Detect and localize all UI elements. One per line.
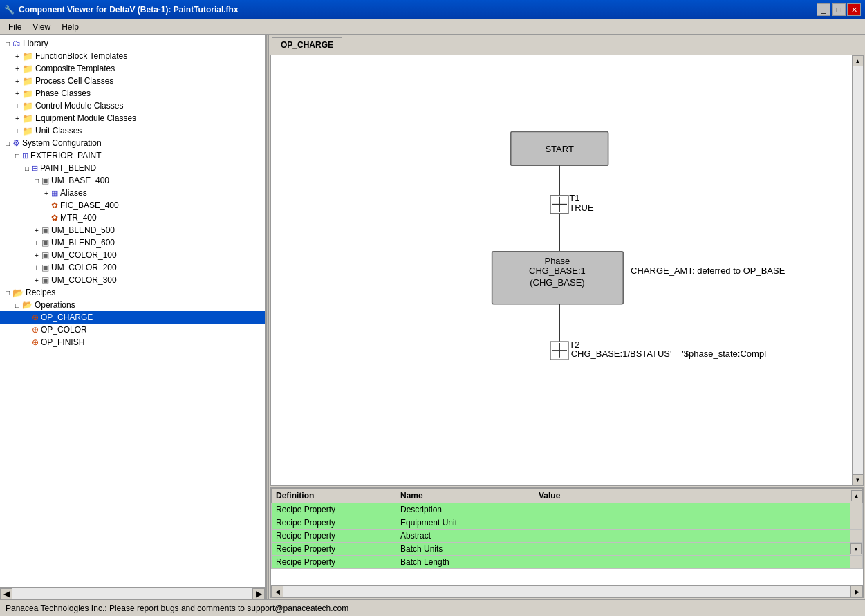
phase-classes-label: Phase Classes [35,88,91,98]
svg-text:Phase: Phase [544,256,570,266]
toggle-um-base-400[interactable]: □ [32,177,41,185]
folder-icon-6: 📁 [22,113,33,124]
toggle-recipes[interactable]: □ [3,289,12,297]
status-text: Panacea Technologies Inc.: Please report… [6,604,348,613]
fic-base-400-label: FIC_BASE_400 [60,200,119,210]
toggle-equipment-module[interactable]: + [12,115,22,122]
toggle-library[interactable]: □ [3,40,12,48]
toggle-operations[interactable]: □ [12,301,22,309]
toggle-exterior-paint[interactable]: □ [12,152,22,160]
op-color-label: OP_COLOR [41,325,87,335]
cell-name: Equipment Unit [396,516,534,530]
table-scroll-left-btn[interactable]: ◀ [271,586,283,598]
tree-node-op-color[interactable]: ⊕ OP_COLOR [0,324,265,336]
tree-node-um-blend-600[interactable]: + ▣ UM_BLEND_600 [0,236,265,249]
toggle-composite[interactable]: + [12,65,22,73]
tree-node-equipment-module[interactable]: + 📁 Equipment Module Classes [0,112,265,124]
tree-node-exterior-paint[interactable]: □ ⊞ EXTERIOR_PAINT [0,149,265,162]
table-row: Recipe Property Abstract [272,530,863,543]
left-scrollbar-horizontal[interactable]: ◀ ▶ [0,587,265,599]
cell-name: Batch Units [396,543,534,556]
scroll-right-btn[interactable]: ▶ [252,588,265,599]
menu-help[interactable]: Help [56,21,84,33]
tree-node-phase-classes[interactable]: + 📁 Phase Classes [0,87,265,100]
cell-name: Description [396,503,534,516]
menu-view[interactable]: View [27,21,56,33]
tree-node-operations[interactable]: □ 📂 Operations [0,299,265,311]
cell-definition: Recipe Property [272,556,396,569]
col-definition: Definition [272,489,396,503]
toggle-um-blend-500[interactable]: + [32,227,41,234]
tree-node-fb-templates[interactable]: + 📁 FunctionBlock Templates [0,50,265,62]
toggle-phase-classes[interactable]: + [12,90,22,97]
toggle-unit-classes[interactable]: + [12,127,22,135]
toggle-process-cell[interactable]: + [12,77,22,85]
toggle-um-color-200[interactable]: + [32,264,41,272]
op-color-icon: ⊕ [32,325,39,335]
table-scrollbar-horizontal[interactable]: ◀ ▶ [271,585,863,597]
table-row: Recipe Property Equipment Unit [272,516,863,530]
folder-icon-7: 📁 [22,126,33,136]
cell-definition: Recipe Property [272,503,396,516]
paint-blend-icon: ⊞ [32,164,38,173]
toggle-control-module[interactable]: + [12,102,22,110]
close-button[interactable]: ✕ [847,3,861,16]
toggle-um-color-300[interactable]: + [32,277,41,284]
diagram-scrollbar-right[interactable]: ▲ ▼ [852,55,863,485]
scroll-down-arrow[interactable]: ▼ [853,474,864,485]
svg-text:CHARGE_AMT: deferred to OP_BAS: CHARGE_AMT: deferred to OP_BASE [631,265,785,276]
tree-node-um-color-100[interactable]: + ▣ UM_COLOR_100 [0,249,265,261]
folder-icon-3: 📁 [22,76,33,86]
table-scroll-wrapper[interactable]: Definition Name Value ▲ Reci [271,488,863,585]
tree-node-um-color-200[interactable]: + ▣ UM_COLOR_200 [0,261,265,274]
cell-scroll: ▼ [850,543,863,556]
library-label: Library [23,39,48,48]
properties-table: Definition Name Value ▲ Reci [271,488,863,569]
tab-op-charge[interactable]: OP_CHARGE [272,37,342,53]
minimize-button[interactable]: _ [817,3,830,16]
tree-node-sys-config[interactable]: □ ⚙ System Configuration [0,137,265,149]
scroll-up-arrow[interactable]: ▲ [853,55,864,66]
recipes-icon: 📂 [12,288,24,298]
tree-node-paint-blend[interactable]: □ ⊞ PAINT_BLEND [0,162,265,174]
toggle-aliases[interactable]: + [41,189,51,197]
tree-node-control-module[interactable]: + 📁 Control Module Classes [0,100,265,112]
um-color-300-icon: ▣ [41,275,49,285]
folder-icon: 📁 [22,51,33,62]
cell-name: Batch Length [396,556,534,569]
toggle-sys-config[interactable]: □ [3,140,12,147]
scroll-left-btn[interactable]: ◀ [0,588,12,599]
tree-container[interactable]: □ 🗂 Library + 📁 FunctionBlock Templates … [0,35,265,587]
recipes-label: Recipes [26,288,55,297]
tree-node-unit-classes[interactable]: + 📁 Unit Classes [0,124,265,137]
tree-node-op-charge[interactable]: ⊕ OP_CHARGE [0,311,265,324]
tab-bar: OP_CHARGE [269,35,865,53]
toggle-um-color-100[interactable]: + [32,252,41,259]
table-scroll-right-btn[interactable]: ▶ [850,586,863,598]
sys-config-label: System Configuration [22,138,102,148]
toggle-um-blend-600[interactable]: + [32,239,41,247]
cell-value [534,530,850,543]
tree-node-recipes[interactable]: □ 📂 Recipes [0,286,265,299]
tree-node-um-blend-500[interactable]: + ▣ UM_BLEND_500 [0,224,265,236]
tree-node-um-color-300[interactable]: + ▣ UM_COLOR_300 [0,274,265,286]
table-scroll-up[interactable]: ▲ [851,490,862,501]
table-scroll-down[interactable]: ▼ [850,543,862,554]
tree-node-mtr-400[interactable]: ✿ MTR_400 [0,212,265,224]
tree-node-um-base-400[interactable]: □ ▣ UM_BASE_400 [0,174,265,187]
tree-node-library[interactable]: □ 🗂 Library [0,37,265,50]
um-color-200-label: UM_COLOR_200 [51,263,117,272]
tree-node-aliases[interactable]: + ▦ Aliases [0,187,265,199]
tree-node-composite-templates[interactable]: + 📁 Composite Templates [0,62,265,75]
fic-icon: ✿ [51,200,58,210]
toggle-fb-templates[interactable]: + [12,53,22,60]
tree-node-fic-base-400[interactable]: ✿ FIC_BASE_400 [0,199,265,212]
menu-file[interactable]: File [3,21,27,33]
tree-node-process-cell[interactable]: + 📁 Process Cell Classes [0,75,265,87]
toggle-paint-blend[interactable]: □ [22,165,32,172]
folder-icon-2: 📁 [22,64,33,74]
folder-icon-5: 📁 [22,101,33,111]
composite-templates-label: Composite Templates [35,64,115,73]
maximize-button[interactable]: □ [832,3,846,16]
tree-node-op-finish[interactable]: ⊕ OP_FINISH [0,336,265,348]
